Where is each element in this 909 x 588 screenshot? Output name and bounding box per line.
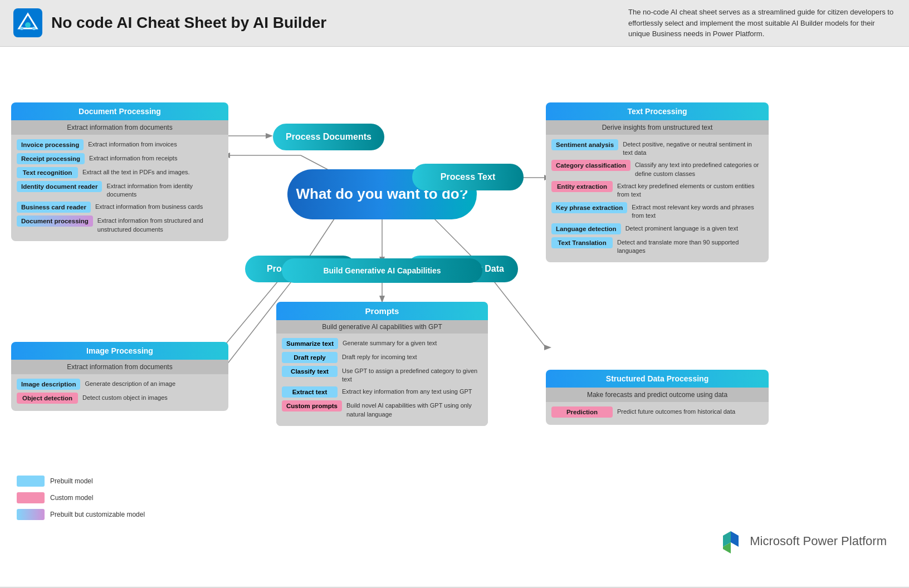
lang-detect-desc: Detect prominent language is a given tex… bbox=[625, 223, 738, 233]
prediction-desc: Predict future outcomes from historical … bbox=[617, 406, 735, 416]
table-row: Language detection Detect prominent lang… bbox=[551, 223, 763, 234]
summarize-label: Summarize text bbox=[282, 338, 338, 349]
text-translate-label: Text Translation bbox=[551, 237, 613, 248]
custom-prompts-desc: Build novel AI capabilities with GPT usi… bbox=[346, 400, 482, 419]
obj-detect-desc: Detect custom object in images bbox=[82, 393, 168, 402]
table-row: Image description Generate description o… bbox=[17, 379, 223, 390]
structured-data-box: Structured Data Processing Make forecast… bbox=[546, 370, 769, 425]
table-row: Text Translation Detect and translate mo… bbox=[551, 237, 763, 256]
table-row: Receipt processing Extract information f… bbox=[17, 153, 223, 164]
draft-reply-label: Draft reply bbox=[282, 352, 338, 363]
main-content: What do you want to do? Process Document… bbox=[0, 47, 909, 587]
table-row: Summarize text Generate summary for a gi… bbox=[282, 338, 482, 349]
identity-doc-label: Identity document reader bbox=[17, 181, 102, 192]
draft-reply-desc: Draft reply for incoming text bbox=[342, 352, 417, 361]
table-row: Extract text Extract key information fro… bbox=[282, 386, 482, 398]
svg-point-1 bbox=[25, 22, 31, 28]
power-platform-branding: Microsoft Power Platform bbox=[719, 529, 887, 553]
identity-doc-desc: Extract information from identity docume… bbox=[106, 181, 223, 199]
classify-text-label: Classify text bbox=[282, 366, 338, 377]
header-description: The no-code AI cheat sheet serves as a s… bbox=[628, 7, 896, 40]
prompts-subtitle: Build generative AI capabilities with GP… bbox=[276, 320, 488, 334]
category-class-label: Category classification bbox=[551, 160, 631, 171]
extract-text-desc: Extract key information from any text us… bbox=[342, 386, 472, 396]
sentiment-label: Sentiment analysis bbox=[551, 139, 618, 150]
img-processing-title: Image Processing bbox=[11, 342, 228, 360]
table-row: Invoice processing Extract information f… bbox=[17, 139, 223, 150]
text-processing-body: Sentiment analysis Detect positive, nega… bbox=[546, 135, 769, 263]
table-row: Business card reader Extract information… bbox=[17, 202, 223, 213]
classify-text-desc: Use GPT to assign a predefined category … bbox=[342, 366, 482, 384]
custom-prompts-label: Custom prompts bbox=[282, 400, 342, 411]
text-translate-desc: Detect and translate more than 90 suppor… bbox=[617, 237, 763, 256]
table-row: Classify text Use GPT to assign a predef… bbox=[282, 366, 482, 384]
entity-extract-label: Entity extraction bbox=[551, 181, 613, 192]
doc-processing-label: Document processing bbox=[17, 215, 93, 227]
image-processing-box: Image Processing Extract information fro… bbox=[11, 342, 228, 411]
img-desc-label: Image description bbox=[17, 379, 80, 390]
header: No code AI Cheat Sheet by AI Builder The… bbox=[0, 0, 909, 47]
table-row: Entity extraction Extract key predefined… bbox=[551, 181, 763, 199]
page-title: No code AI Cheat Sheet by AI Builder bbox=[51, 14, 326, 32]
svg-line-20 bbox=[223, 281, 278, 347]
doc-processing-desc: Extract information from structured and … bbox=[97, 215, 223, 234]
svg-point-2 bbox=[20, 27, 23, 30]
invoice-processing-label: Invoice processing bbox=[17, 139, 84, 150]
legend-label-custom: Custom model bbox=[50, 494, 93, 502]
legend-swatch-blue bbox=[17, 476, 45, 487]
structured-data-title: Structured Data Processing bbox=[546, 370, 769, 388]
table-row: Sentiment analysis Detect positive, nega… bbox=[551, 139, 763, 158]
img-desc-desc: Generate description of an image bbox=[85, 379, 175, 388]
prompts-body: Summarize text Generate summary for a gi… bbox=[276, 334, 488, 427]
prompts-box: Prompts Build generative AI capabilities… bbox=[276, 302, 488, 427]
keyphrase-desc: Extract most relevant key words and phra… bbox=[632, 202, 763, 220]
table-row: Document processing Extract information … bbox=[17, 215, 223, 234]
power-platform-text: Microsoft Power Platform bbox=[750, 534, 887, 548]
extract-text-label: Extract text bbox=[282, 386, 338, 398]
doc-processing-body: Invoice processing Extract information f… bbox=[11, 135, 228, 242]
table-row: Draft reply Draft reply for incoming tex… bbox=[282, 352, 482, 363]
structured-data-subtitle: Make forecasts and predict outcome using… bbox=[546, 388, 769, 402]
text-recognition-desc: Extract all the text in PDFs and images. bbox=[82, 167, 190, 177]
prompts-title: Prompts bbox=[276, 302, 488, 320]
receipt-processing-label: Receipt processing bbox=[17, 153, 85, 164]
category-class-desc: Classify any text into predefined catego… bbox=[635, 160, 763, 178]
lang-detect-label: Language detection bbox=[551, 223, 621, 234]
table-row: Text recognition Extract all the text in… bbox=[17, 167, 223, 178]
obj-detect-label: Object detection bbox=[17, 393, 78, 404]
legend-item-custom: Custom model bbox=[17, 492, 145, 503]
table-row: Identity document reader Extract informa… bbox=[17, 181, 223, 199]
table-row: Custom prompts Build novel AI capabiliti… bbox=[282, 400, 482, 419]
legend-item-prebuilt: Prebuilt model bbox=[17, 476, 145, 487]
text-processing-subtitle: Derive insights from unstructured text bbox=[546, 120, 769, 135]
table-row: Category classification Classify any tex… bbox=[551, 160, 763, 178]
legend-swatch-gradient bbox=[17, 509, 45, 520]
doc-processing-subtitle: Extract information from documents bbox=[11, 120, 228, 135]
invoice-processing-desc: Extract information from invoices bbox=[88, 139, 177, 149]
legend: Prebuilt model Custom model Prebuilt but… bbox=[17, 476, 145, 520]
summarize-desc: Generate summary for a given text bbox=[343, 338, 437, 347]
table-row: Object detection Detect custom object in… bbox=[17, 393, 223, 404]
ai-builder-logo bbox=[13, 8, 42, 37]
legend-swatch-pink bbox=[17, 492, 45, 503]
document-processing-box: Document Processing Extract information … bbox=[11, 102, 228, 242]
sentiment-desc: Detect positive, negative or neutral sen… bbox=[623, 139, 763, 158]
receipt-processing-desc: Extract information from receipts bbox=[89, 153, 177, 163]
table-row: Key phrase extraction Extract most relev… bbox=[551, 202, 763, 220]
table-row: Prediction Predict future outcomes from … bbox=[551, 406, 763, 418]
build-generative-oval[interactable]: Build Generative AI Capabilities bbox=[282, 258, 482, 283]
img-processing-body: Image description Generate description o… bbox=[11, 374, 228, 411]
process-text-oval[interactable]: Process Text bbox=[412, 164, 524, 190]
text-processing-box: Text Processing Derive insights from uns… bbox=[546, 102, 769, 263]
svg-point-3 bbox=[32, 27, 36, 30]
entity-extract-desc: Extract key predefined elements or custo… bbox=[617, 181, 763, 199]
text-processing-title: Text Processing bbox=[546, 102, 769, 120]
process-documents-oval[interactable]: Process Documents bbox=[273, 124, 384, 150]
structured-data-body: Prediction Predict future outcomes from … bbox=[546, 402, 769, 425]
bizcard-label: Business card reader bbox=[17, 202, 91, 213]
legend-label-prebuilt: Prebuilt model bbox=[50, 477, 93, 485]
legend-label-prebuilt-custom: Prebuilt but customizable model bbox=[50, 511, 145, 518]
text-recognition-label: Text recognition bbox=[17, 167, 78, 178]
keyphrase-label: Key phrase extraction bbox=[551, 202, 627, 213]
img-processing-subtitle: Extract information from documents bbox=[11, 360, 228, 374]
